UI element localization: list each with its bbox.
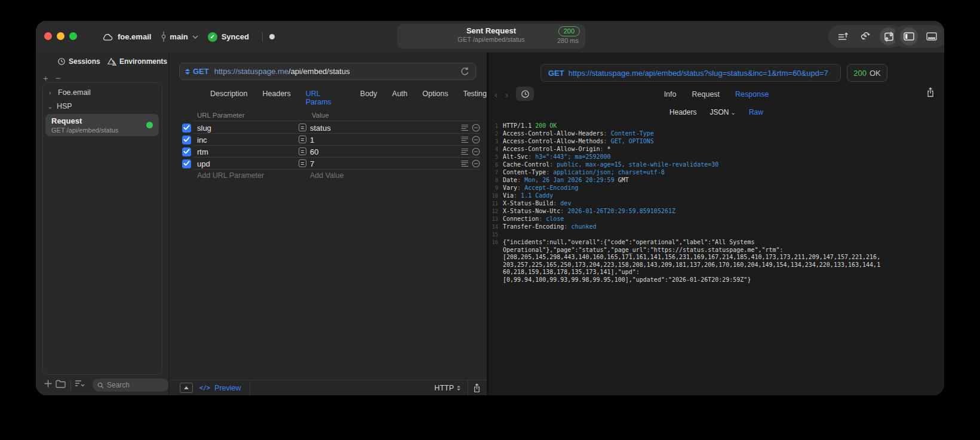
- response-url: https://statuspage.me/api/embed/status?s…: [569, 69, 828, 78]
- view-json[interactable]: JSON⌄: [709, 108, 735, 116]
- param-value-field[interactable]: 1: [310, 136, 314, 144]
- project-name[interactable]: foe.email: [118, 32, 151, 41]
- new-folder-icon[interactable]: [56, 380, 66, 388]
- desktop: foe.email main ✓ Synced Sent Request GET…: [0, 0, 980, 440]
- view-headers[interactable]: Headers: [669, 108, 696, 116]
- share-icon[interactable]: [473, 383, 481, 393]
- sort-options-button[interactable]: [75, 380, 85, 387]
- request-item-title: Request: [51, 116, 82, 125]
- response-line: 15: [489, 231, 944, 239]
- forward-chevron-icon[interactable]: ›: [505, 90, 508, 100]
- chevron-down-icon[interactable]: ⌄: [48, 103, 53, 110]
- export-response-icon[interactable]: [926, 87, 935, 97]
- request-list-item[interactable]: Request GET /api/embed/status: [45, 114, 159, 136]
- toggle-sidebar-button[interactable]: [900, 27, 918, 45]
- add-param-placeholder[interactable]: Add URL Parameter: [197, 171, 264, 180]
- close-window-button[interactable]: [44, 32, 52, 40]
- tab-testing[interactable]: Testing: [463, 90, 487, 106]
- tab-description[interactable]: Description: [210, 90, 248, 106]
- protocol-selector[interactable]: HTTP: [434, 384, 454, 392]
- titlebar-separator: [262, 32, 263, 42]
- drag-handle-icon[interactable]: [461, 124, 469, 131]
- tab-url-params[interactable]: URL Params: [306, 90, 345, 106]
- zoom-window-button[interactable]: [69, 32, 77, 40]
- request-url[interactable]: https://statuspage.me/api/embed/status: [214, 67, 350, 76]
- tab-body[interactable]: Body: [360, 90, 377, 106]
- param-checkbox[interactable]: [182, 136, 191, 144]
- tab-response[interactable]: Response: [735, 90, 769, 99]
- drag-handle-icon[interactable]: [461, 160, 469, 167]
- response-line: 4Access-Control-Allow-Origin: *: [489, 146, 944, 153]
- response-line: 9Vary: Accept-Encoding: [489, 184, 944, 192]
- chevron-down-icon: ⌄: [730, 109, 735, 116]
- line-text: {"incidents":null,"overall":{"code":"ope…: [503, 239, 880, 284]
- app-window: foe.email main ✓ Synced Sent Request GET…: [36, 21, 944, 395]
- tab-environments[interactable]: Environments: [107, 57, 167, 66]
- back-chevron-icon[interactable]: ‹: [494, 90, 497, 100]
- toggle-bottom-panel-button[interactable]: [923, 27, 941, 45]
- tree-item-hsp[interactable]: ⌄ HSP: [48, 102, 72, 110]
- tab-request[interactable]: Request: [692, 90, 720, 99]
- sent-request-url-box[interactable]: GET https://statuspage.me/api/embed/stat…: [540, 64, 841, 82]
- tab-info[interactable]: Info: [664, 90, 677, 99]
- add-session-button[interactable]: +: [43, 73, 48, 83]
- line-text: Vary: Accept-Encoding: [503, 184, 578, 192]
- param-value-field[interactable]: 7: [310, 159, 314, 168]
- param-value-field[interactable]: status: [310, 124, 331, 133]
- drag-handle-icon[interactable]: [461, 148, 469, 155]
- method-selector-icon[interactable]: [185, 69, 190, 75]
- search-input[interactable]: Search: [93, 379, 169, 392]
- param-name-field[interactable]: slug: [197, 124, 211, 133]
- param-value-field[interactable]: 60: [310, 147, 318, 156]
- param-checkbox[interactable]: [182, 159, 191, 168]
- column-header-value: Value: [312, 112, 329, 119]
- remove-param-button[interactable]: [472, 159, 480, 168]
- expand-panel-button[interactable]: [180, 383, 193, 393]
- remove-param-button[interactable]: [472, 136, 480, 144]
- equals-icon: =: [299, 136, 306, 143]
- line-number: 3: [489, 138, 498, 146]
- view-raw[interactable]: Raw: [749, 108, 763, 116]
- line-text: Content-Type: application/json; charset=…: [503, 169, 665, 177]
- drag-handle-icon[interactable]: [461, 136, 469, 143]
- line-number: 9: [489, 184, 498, 192]
- param-name-field[interactable]: inc: [197, 136, 207, 144]
- param-row-upd: upd=7: [169, 158, 487, 170]
- remove-session-button[interactable]: −: [56, 73, 61, 83]
- window-controls: [44, 32, 77, 40]
- add-request-button[interactable]: [44, 380, 52, 387]
- sync-loop-button[interactable]: [857, 27, 875, 45]
- response-body[interactable]: 1HTTP/1.1 200 OK2Access-Control-Allow-He…: [489, 122, 944, 395]
- branch-name[interactable]: main: [170, 32, 188, 41]
- param-checkbox[interactable]: [182, 147, 191, 156]
- refresh-icon[interactable]: [460, 67, 469, 76]
- toolbar-group-left: [828, 25, 904, 48]
- equals-icon: =: [299, 159, 306, 167]
- add-value-placeholder[interactable]: Add Value: [310, 171, 344, 180]
- remove-param-button[interactable]: [472, 124, 480, 132]
- param-name-field[interactable]: rtm: [197, 147, 208, 156]
- tab-auth[interactable]: Auth: [392, 90, 408, 106]
- line-number: 4: [489, 146, 498, 153]
- protocol-stepper-icon[interactable]: [457, 386, 460, 390]
- tab-environments-label: Environments: [119, 57, 167, 66]
- chevron-down-icon[interactable]: [192, 35, 198, 39]
- preview-button[interactable]: Preview: [214, 384, 241, 392]
- param-name-field[interactable]: upd: [197, 159, 210, 168]
- chevron-right-icon[interactable]: ›: [49, 90, 54, 96]
- tab-headers[interactable]: Headers: [263, 90, 291, 106]
- environments-icon: [107, 57, 116, 66]
- tree-item-foe-email[interactable]: › Foe.email: [49, 88, 91, 97]
- tab-sessions[interactable]: Sessions: [57, 57, 100, 66]
- request-log-button[interactable]: [834, 27, 852, 45]
- request-method[interactable]: GET: [193, 67, 209, 76]
- history-button[interactable]: [516, 87, 534, 101]
- request-status-pill[interactable]: Sent Request GET /api/embed/status 200 2…: [397, 24, 585, 49]
- request-url-bar[interactable]: GET https://statuspage.me/api/embed/stat…: [179, 63, 476, 80]
- remove-param-button[interactable]: [472, 147, 480, 156]
- sync-status-label[interactable]: Synced: [222, 32, 249, 41]
- response-status-text: OK: [870, 69, 881, 78]
- tab-options[interactable]: Options: [422, 90, 448, 106]
- param-checkbox[interactable]: [182, 124, 191, 133]
- minimize-window-button[interactable]: [57, 32, 64, 40]
